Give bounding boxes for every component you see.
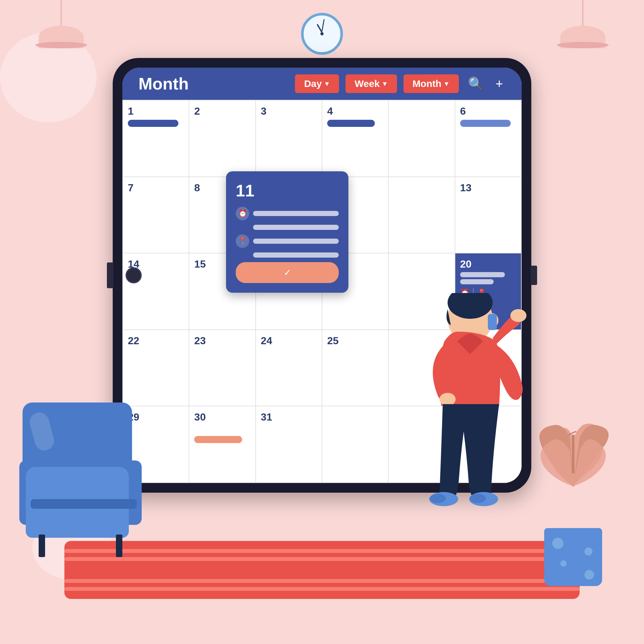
week-arrow-icon: ▼ bbox=[382, 80, 388, 88]
lamp-shade-left bbox=[39, 26, 84, 48]
pot-dot-2 bbox=[584, 547, 592, 555]
cell-number-14: 14 bbox=[128, 258, 184, 270]
event-popup[interactable]: 11 ⏰ 📍 bbox=[226, 171, 348, 293]
clock-minute-hand bbox=[322, 19, 325, 32]
calendar-cell-14[interactable]: 14 bbox=[123, 253, 189, 330]
cell-number-6: 6 bbox=[460, 105, 516, 117]
chair-back-highlight bbox=[27, 410, 56, 452]
calendar-cell-2[interactable]: 2 bbox=[189, 100, 256, 177]
event-bar-1a bbox=[128, 120, 178, 127]
calendar-cell-25[interactable]: 25 bbox=[322, 330, 389, 407]
popup-time-line1 bbox=[253, 211, 339, 216]
cell-number-2: 2 bbox=[194, 105, 250, 117]
potted-plant bbox=[528, 399, 618, 586]
day-button[interactable]: Day ▼ bbox=[295, 74, 339, 93]
plant-stem bbox=[572, 435, 574, 473]
plant-pot bbox=[544, 528, 602, 586]
calendar-cell-6[interactable]: 6 bbox=[455, 100, 522, 177]
popup-date: 11 bbox=[236, 181, 339, 200]
cell-number-3: 3 bbox=[261, 105, 317, 117]
popup-confirm-button[interactable]: ✓ bbox=[236, 262, 339, 283]
chair-leg-right bbox=[116, 535, 122, 557]
popup-row-location2 bbox=[236, 252, 339, 258]
svg-rect-3 bbox=[488, 314, 497, 330]
cell-number-31: 31 bbox=[261, 411, 317, 423]
day-label: Day bbox=[304, 78, 322, 89]
cell-number-22: 22 bbox=[128, 335, 184, 347]
week-button[interactable]: Week ▼ bbox=[346, 74, 397, 93]
calendar-cell-31[interactable]: 31 bbox=[256, 406, 322, 483]
event-bar-30a bbox=[194, 436, 242, 443]
cell-number-24: 24 bbox=[261, 335, 317, 347]
svg-point-4 bbox=[510, 309, 526, 322]
add-button[interactable]: + bbox=[493, 74, 506, 94]
lamp-shade-right bbox=[560, 26, 605, 48]
person-figure bbox=[406, 293, 535, 567]
calendar-cell-1[interactable]: 1 bbox=[123, 100, 189, 177]
cell-number-25: 25 bbox=[327, 335, 383, 347]
month-arrow-icon: ▼ bbox=[443, 80, 450, 88]
calendar-cell-3[interactable]: 3 bbox=[256, 100, 322, 177]
tablet-button-left bbox=[107, 262, 113, 288]
calendar-cell-5[interactable] bbox=[389, 100, 455, 177]
clock-face bbox=[304, 15, 340, 52]
calendar-title: Month bbox=[138, 74, 289, 93]
lamp-cord-right bbox=[582, 0, 583, 26]
calendar-cell-11-empty[interactable] bbox=[389, 177, 455, 254]
calendar-cell-30[interactable]: 30 bbox=[189, 406, 256, 483]
popup-row-time2 bbox=[236, 225, 339, 230]
cell-number-30: 30 bbox=[194, 411, 250, 423]
rug-stripe-3 bbox=[64, 587, 580, 591]
popup-row-time: ⏰ bbox=[236, 207, 339, 220]
svg-point-5 bbox=[440, 393, 456, 406]
calendar-cell-4[interactable]: 4 bbox=[322, 100, 389, 177]
clock-center-dot bbox=[320, 32, 324, 35]
svg-point-8 bbox=[430, 494, 446, 503]
day-arrow-icon: ▼ bbox=[324, 80, 330, 88]
chair-body bbox=[26, 467, 129, 538]
cell-number-23: 23 bbox=[194, 335, 250, 347]
pot-dot-1 bbox=[552, 538, 563, 549]
cell-20-line2 bbox=[460, 279, 494, 284]
wall-clock bbox=[301, 13, 343, 55]
cell-number-4: 4 bbox=[327, 105, 383, 117]
pot-dot-3 bbox=[560, 560, 567, 567]
calendar-cell-23[interactable]: 23 bbox=[189, 330, 256, 407]
popup-location-icon: 📍 bbox=[236, 234, 249, 248]
popup-clock-icon: ⏰ bbox=[236, 207, 249, 220]
popup-location-line2 bbox=[253, 252, 339, 258]
month-label: Month bbox=[412, 78, 441, 89]
month-button[interactable]: Month ▼ bbox=[403, 74, 459, 93]
pot-dot-4 bbox=[584, 570, 594, 580]
lamp-right bbox=[560, 0, 605, 48]
chair-leg-left bbox=[39, 535, 45, 557]
armchair bbox=[19, 419, 142, 563]
cell-number-7: 7 bbox=[128, 182, 184, 194]
calendar-cell-24[interactable]: 24 bbox=[256, 330, 322, 407]
calendar-header: Month Day ▼ Week ▼ Month ▼ 🔍 + bbox=[122, 68, 522, 100]
tablet-button-right bbox=[531, 266, 537, 285]
chair-seat bbox=[31, 499, 137, 509]
calendar-cell-7[interactable]: 7 bbox=[123, 177, 189, 254]
calendar-cell-32[interactable] bbox=[322, 406, 389, 483]
lamp-cord-left bbox=[61, 0, 62, 26]
room-background: Month Day ▼ Week ▼ Month ▼ 🔍 + bbox=[0, 0, 644, 644]
popup-time-line2 bbox=[253, 225, 339, 230]
event-bar-6a bbox=[460, 120, 511, 127]
cell-number-1: 1 bbox=[128, 105, 184, 117]
cell-number-13: 13 bbox=[460, 182, 516, 194]
checkmark-icon: ✓ bbox=[284, 267, 291, 278]
search-button[interactable]: 🔍 bbox=[465, 74, 487, 94]
week-label: Week bbox=[355, 78, 380, 89]
calendar-cell-13[interactable]: 13 bbox=[455, 177, 522, 254]
rug-stripe-4 bbox=[64, 579, 580, 583]
cell-20-line1 bbox=[460, 272, 505, 277]
event-bar-4a bbox=[327, 120, 375, 127]
popup-location-line1 bbox=[253, 239, 339, 244]
popup-row-location: 📍 bbox=[236, 234, 339, 248]
calendar-cell-22[interactable]: 22 bbox=[123, 330, 189, 407]
svg-point-9 bbox=[470, 494, 486, 503]
cell-number-20: 20 bbox=[460, 258, 516, 270]
lamp-left bbox=[39, 0, 84, 48]
